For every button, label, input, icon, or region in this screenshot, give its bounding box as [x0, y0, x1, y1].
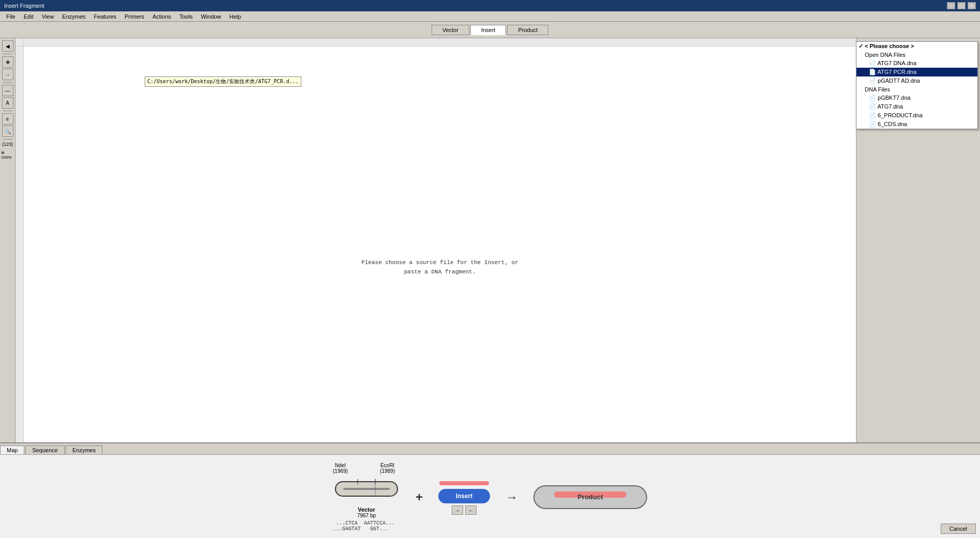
insert-forward-arrow[interactable]: →: [452, 505, 463, 515]
arrow-sign: →: [506, 490, 518, 504]
coord-display: (123): [2, 142, 13, 147]
menu-tools[interactable]: Tools: [175, 12, 197, 21]
move-tool-icon[interactable]: ✥: [2, 56, 13, 68]
enzyme-labels: NdeI (1969) EcoRI (1989): [333, 463, 395, 474]
vector-label: Vector: [333, 506, 400, 513]
diagram-area: NdeI (1969) EcoRI (1989): [0, 455, 980, 538]
text-tool-icon[interactable]: A: [2, 97, 13, 109]
menu-window[interactable]: Window: [197, 12, 225, 21]
ndei-label: NdeI (1969): [333, 463, 348, 474]
ecori-label: EcoRI (1989): [380, 463, 395, 474]
zoom-tool-icon[interactable]: 🔍: [2, 126, 13, 137]
ruler-top: [24, 38, 856, 47]
menu-help[interactable]: Help: [225, 12, 246, 21]
toolbar-separator-1: [3, 54, 13, 54]
toolbar-separator-4: [3, 139, 13, 140]
dropdown-item-please-choose-header[interactable]: ✓ < Please choose >: [856, 42, 977, 51]
window-title: Insert Fragment: [4, 3, 44, 9]
insert-group: Insert → ←: [438, 479, 490, 515]
cancel-button[interactable]: Cancel: [941, 524, 976, 534]
close-button[interactable]: ×: [968, 2, 976, 9]
vector-group: NdeI (1969) EcoRI (1989): [333, 463, 400, 532]
insert-pink-bar-svg: [438, 479, 490, 487]
dropdown-item-atg7-pcr[interactable]: 📄 ATG7 PCR.dna: [856, 68, 977, 76]
arrow-tool-icon[interactable]: →: [2, 69, 13, 80]
title-bar: Insert Fragment − □ ×: [0, 0, 980, 11]
source-dropdown-popup[interactable]: ✓ < Please choose > Open DNA Files 📄 ATG…: [856, 41, 978, 129]
vector-size: 7967 bp: [333, 513, 400, 518]
vector-seq-right: AATTCCA... GGT...: [364, 520, 395, 532]
bottom-tab-sequence[interactable]: Sequence: [25, 445, 65, 454]
bottom-tab-enzymes[interactable]: Enzymes: [66, 445, 102, 454]
tab-product[interactable]: Product: [507, 25, 548, 35]
dropdown-item-open-dna-files[interactable]: Open DNA Files: [856, 51, 977, 59]
select-tool-icon[interactable]: ◀: [2, 40, 13, 52]
menu-primers[interactable]: Primers: [120, 12, 148, 21]
product-group: Product: [533, 485, 647, 509]
line-tool-icon[interactable]: —: [2, 85, 13, 96]
menu-features[interactable]: Features: [90, 12, 120, 21]
insert-capsule: Insert: [438, 489, 490, 503]
bottom-area: Map Sequence Enzymes NdeI (1969) EcoRI (…: [0, 442, 980, 538]
svg-rect-1: [343, 488, 390, 490]
canvas-message: Please choose a source file for the Inse…: [361, 258, 518, 276]
insert-direction-arrows: → ←: [438, 505, 490, 515]
tab-vector[interactable]: Vector: [432, 25, 469, 35]
dropdown-item-pgadt7-ad[interactable]: 📄 pGADT7 AD.dna: [856, 76, 977, 85]
file-path-tooltip: C:/Users/work/Desktop/生物/实验技术类/ATG7_PCR.…: [145, 76, 301, 87]
menu-file[interactable]: File: [2, 12, 20, 21]
dropdown-item-pgbkt7[interactable]: 📄 pGBKT7.dna: [856, 94, 977, 102]
dropdown-item-atg7[interactable]: 📄 ATG7.dna: [856, 102, 977, 111]
dropdown-item-dna-files[interactable]: DNA Files: [856, 85, 977, 94]
toolbar-separator-2: [3, 82, 13, 83]
ruler-corner: [16, 38, 24, 47]
svg-rect-5: [439, 481, 489, 485]
list-tool-icon[interactable]: ≡: [2, 113, 13, 125]
bottom-tab-map[interactable]: Map: [0, 445, 24, 454]
vector-seq-left: ...CTCA ...GAGTAT: [333, 520, 361, 532]
toolbar-separator-3: [3, 111, 13, 111]
minimize-button[interactable]: −: [947, 2, 955, 9]
menu-bar: File Edit View Enzymes Features Primers …: [0, 11, 980, 22]
bottom-tabs: Map Sequence Enzymes: [0, 443, 980, 455]
window-controls[interactable]: − □ ×: [947, 2, 976, 9]
menu-actions[interactable]: Actions: [148, 12, 175, 21]
menu-enzymes[interactable]: Enzymes: [58, 12, 89, 21]
maximize-button[interactable]: □: [957, 2, 966, 9]
dropdown-item-6-product[interactable]: 📄 6_PRODUCT.dna: [856, 111, 977, 120]
tab-bar: Vector Insert Product: [0, 22, 980, 38]
insert-reverse-arrow[interactable]: ←: [465, 505, 477, 515]
dropdown-item-atg7-dna[interactable]: 📄 ATG7 DNA.dna: [856, 59, 977, 68]
menu-view[interactable]: View: [38, 12, 58, 21]
menu-edit[interactable]: Edit: [20, 12, 38, 21]
zoom-display: ⊕ 100%: [1, 150, 14, 160]
vector-sequences: ...CTCA ...GAGTAT AATTCCA... GGT...: [333, 520, 395, 532]
vector-shape-svg: [333, 474, 400, 505]
dropdown-item-6-cds[interactable]: 📄 6_CDS.dna: [856, 120, 977, 129]
plus-sign: +: [416, 490, 423, 504]
tab-insert[interactable]: Insert: [470, 25, 507, 35]
product-capsule: Product: [533, 485, 647, 509]
